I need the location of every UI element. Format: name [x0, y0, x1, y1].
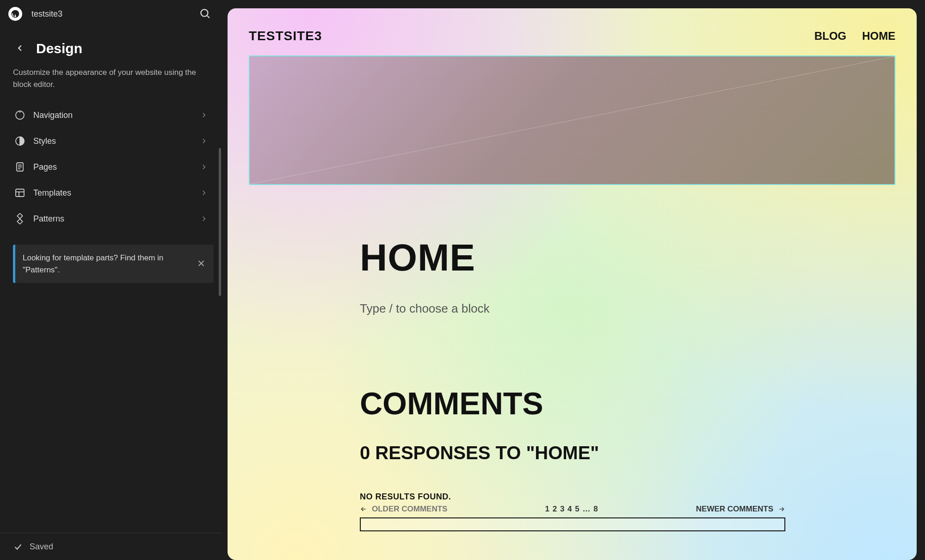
responses-heading[interactable]: 0 RESPONSES TO "HOME": [360, 443, 895, 463]
newer-comments-link[interactable]: NEWER COMMENTS: [696, 505, 785, 514]
chevron-right-icon: [200, 163, 208, 171]
close-icon: [196, 258, 206, 268]
design-nav-list: Navigation Styles Pages Templates: [0, 102, 222, 232]
preview-site-nav: BLOG HOME: [814, 30, 895, 43]
site-badge[interactable]: testsite3: [8, 7, 62, 21]
preview-page-title[interactable]: HOME: [360, 236, 895, 279]
preview-site-title[interactable]: TESTSITE3: [249, 29, 322, 43]
compass-icon: [14, 109, 26, 121]
pagination-numbers[interactable]: 1 2 3 4 5 … 8: [545, 505, 598, 514]
nav-item-navigation[interactable]: Navigation: [8, 102, 214, 128]
wordpress-logo-icon: [8, 7, 22, 21]
nav-item-styles[interactable]: Styles: [8, 128, 214, 154]
chevron-right-icon: [200, 189, 208, 197]
comments-heading[interactable]: COMMENTS: [360, 385, 895, 421]
nav-item-patterns[interactable]: Patterns: [8, 206, 214, 232]
chevron-right-icon: [200, 137, 208, 145]
featured-image-placeholder[interactable]: [249, 55, 895, 185]
svg-rect-13: [17, 219, 22, 224]
nav-item-label: Pages: [33, 162, 192, 172]
nav-item-pages[interactable]: Pages: [8, 154, 214, 180]
panel-description: Customize the appearance of your website…: [0, 62, 222, 102]
sidebar-topbar: testsite3: [0, 0, 222, 28]
chevron-right-icon: [200, 215, 208, 223]
page-icon: [14, 161, 26, 173]
back-button[interactable]: [13, 41, 27, 56]
nav-item-label: Templates: [33, 188, 192, 198]
chevron-left-icon: [15, 43, 25, 53]
panel-header: Design: [0, 28, 222, 62]
search-button[interactable]: [196, 5, 214, 24]
nav-item-label: Navigation: [33, 111, 192, 120]
nav-link-blog[interactable]: BLOG: [814, 30, 846, 43]
contrast-icon: [14, 135, 26, 147]
notice-dismiss-button[interactable]: [193, 255, 209, 272]
comments-pagination: OLDER COMMENTS 1 2 3 4 5 … 8 NEWER COMME…: [360, 505, 785, 514]
preview-wrapper: TESTSITE3 BLOG HOME HOME Type / to choos…: [222, 0, 925, 560]
nav-item-templates[interactable]: Templates: [8, 180, 214, 206]
nav-item-label: Patterns: [33, 214, 192, 224]
notice-text: Looking for template parts? Find them in…: [23, 253, 163, 274]
nav-item-label: Styles: [33, 136, 192, 146]
svg-point-0: [201, 9, 208, 16]
layout-icon: [14, 187, 26, 199]
arrow-left-icon: [360, 505, 367, 513]
block-inserter-prompt[interactable]: Type / to choose a block: [360, 302, 895, 316]
preview-page-body: HOME Type / to choose a block COMMENTS 0…: [228, 185, 917, 531]
chevron-right-icon: [200, 111, 208, 119]
svg-line-1: [207, 16, 210, 18]
scrollbar-thumb[interactable]: [219, 148, 221, 296]
older-comments-link[interactable]: OLDER COMMENTS: [360, 505, 447, 514]
svg-rect-9: [16, 189, 24, 197]
save-status-label: Saved: [30, 542, 53, 552]
info-notice: Looking for template parts? Find them in…: [13, 245, 214, 283]
site-preview-canvas[interactable]: TESTSITE3 BLOG HOME HOME Type / to choos…: [228, 8, 917, 560]
newer-comments-label: NEWER COMMENTS: [696, 505, 773, 514]
older-comments-label: OLDER COMMENTS: [372, 505, 447, 514]
site-name-label: testsite3: [31, 9, 62, 19]
patterns-icon: [14, 213, 26, 225]
comment-form-placeholder[interactable]: [360, 517, 785, 531]
no-results-text: NO RESULTS FOUND.: [360, 492, 895, 502]
panel-title: Design: [36, 41, 82, 56]
svg-rect-12: [17, 213, 22, 218]
preview-site-header: TESTSITE3 BLOG HOME: [228, 8, 917, 53]
nav-link-home[interactable]: HOME: [862, 30, 895, 43]
save-status: Saved: [0, 533, 222, 560]
search-icon: [199, 7, 211, 19]
check-icon: [13, 542, 23, 552]
arrow-right-icon: [778, 505, 785, 513]
editor-sidebar: testsite3 Design Customize the appearanc…: [0, 0, 222, 560]
